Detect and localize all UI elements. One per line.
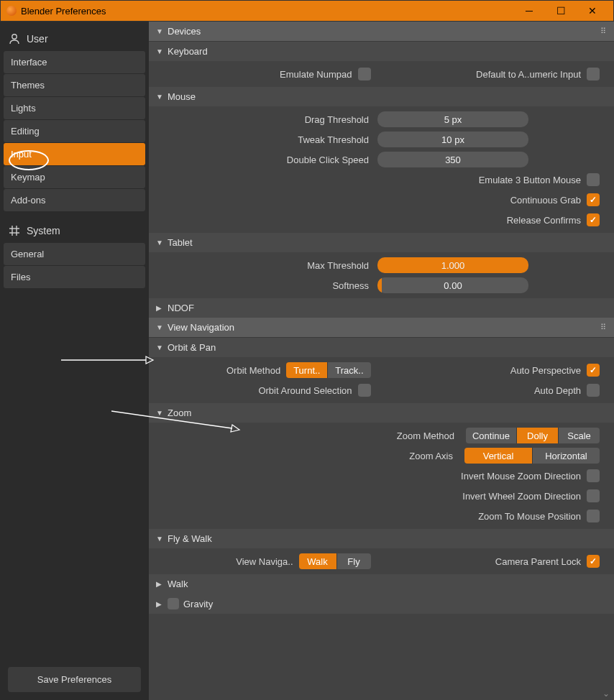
view-nav-fly-button[interactable]: Fly: [336, 553, 371, 569]
max-threshold-field[interactable]: 1.000: [377, 257, 528, 273]
auto-depth-checkbox[interactable]: [587, 384, 600, 397]
sidebar-item-lights[interactable]: Lights: [4, 97, 145, 119]
view-nav-panel-header[interactable]: ▼ View Navigation ⠿: [149, 318, 614, 338]
invert-mouse-zoom-checkbox[interactable]: [587, 469, 600, 482]
tweak-threshold-label: Tweak Threshold: [156, 134, 372, 145]
fly-walk-sub-header[interactable]: ▼ Fly & Walk: [149, 529, 614, 548]
fly-walk-label: Fly & Walk: [168, 533, 212, 544]
softness-field[interactable]: 0.00: [377, 277, 528, 293]
emulate-3button-checkbox[interactable]: [587, 173, 600, 186]
disclosure-down-icon: ▼: [156, 27, 163, 35]
scroll-down-icon[interactable]: ⌄: [602, 689, 610, 699]
close-button[interactable]: ✕: [583, 4, 602, 18]
user-icon: [8, 32, 21, 45]
disclosure-down-icon: ▼: [156, 344, 163, 351]
view-navigation-mode-group: Walk Fly: [299, 553, 371, 569]
maximize-button[interactable]: ☐: [551, 4, 570, 18]
system-section-label: System: [27, 225, 60, 236]
walk-sub-header[interactable]: ▶ Walk: [149, 574, 614, 594]
emulate-numpad-label: Emulate Numpad: [280, 69, 352, 80]
sidebar-item-interface[interactable]: Interface: [4, 51, 145, 73]
double-click-label: Double Click Speed: [156, 155, 372, 165]
zoom-axis-label: Zoom Axis: [409, 451, 453, 461]
disclosure-down-icon: ▼: [156, 93, 163, 101]
orbit-pan-sub-header[interactable]: ▼ Orbit & Pan: [149, 338, 614, 357]
orbit-pan-label: Orbit & Pan: [168, 342, 216, 353]
keyboard-label: Keyboard: [168, 46, 208, 57]
gravity-enable-checkbox[interactable]: [168, 598, 179, 609]
sidebar-item-themes[interactable]: Themes: [4, 74, 145, 96]
system-icon: [8, 224, 21, 237]
zoom-method-continue-button[interactable]: Continue: [466, 428, 516, 443]
disclosure-down-icon: ▼: [156, 47, 163, 55]
keyboard-sub-header[interactable]: ▼ Keyboard: [149, 42, 614, 61]
drag-handle-icon[interactable]: ⠿: [600, 323, 607, 332]
tweak-threshold-field[interactable]: 10 px: [377, 132, 528, 147]
zoom-sub-header[interactable]: ▼ Zoom: [149, 403, 614, 423]
continuous-grab-label: Continuous Grab: [510, 195, 581, 206]
orbit-method-group: Turnt.. Track..: [286, 362, 370, 378]
sidebar-item-general[interactable]: General: [4, 243, 145, 265]
sidebar-item-add-ons[interactable]: Add-ons: [4, 189, 145, 211]
emulate-numpad-checkbox[interactable]: [358, 68, 371, 80]
zoom-method-scale-button[interactable]: Scale: [558, 428, 600, 443]
invert-wheel-zoom-checkbox[interactable]: [587, 489, 600, 502]
blender-icon: [6, 6, 17, 16]
mouse-label: Mouse: [168, 91, 196, 102]
orbit-method-trackball-button[interactable]: Track..: [327, 362, 370, 378]
sidebar-item-files[interactable]: Files: [4, 266, 145, 288]
max-threshold-label: Max Threshold: [156, 260, 372, 271]
camera-parent-lock-label: Camera Parent Lock: [495, 556, 581, 567]
default-numeric-label: Default to A..umeric Input: [476, 69, 581, 80]
zoom-to-mouse-checkbox[interactable]: [587, 510, 600, 522]
auto-perspective-checkbox[interactable]: [587, 364, 600, 377]
orbit-around-selection-checkbox[interactable]: [358, 384, 371, 397]
window-title: Blender Preferences: [21, 6, 520, 17]
tablet-label: Tablet: [168, 237, 193, 248]
orbit-method-turntable-button[interactable]: Turnt..: [286, 362, 327, 378]
zoom-axis-horizontal-button[interactable]: Horizontal: [532, 448, 600, 464]
zoom-axis-group: Vertical Horizontal: [464, 448, 600, 464]
auto-perspective-label: Auto Perspective: [510, 365, 581, 376]
minimize-button[interactable]: ─: [520, 4, 539, 18]
continuous-grab-checkbox[interactable]: [587, 193, 600, 206]
mouse-sub-header[interactable]: ▼ Mouse: [149, 87, 614, 106]
view-nav-label: View Navigation: [168, 322, 234, 333]
disclosure-down-icon: ▼: [156, 239, 163, 247]
drag-threshold-label: Drag Threshold: [156, 114, 372, 125]
sidebar-item-input[interactable]: Input: [4, 143, 145, 165]
orbit-method-label: Orbit Method: [226, 365, 280, 376]
softness-label: Softness: [156, 280, 372, 291]
devices-label: Devices: [168, 26, 201, 37]
sidebar: User InterfaceThemesLightsEditingInputKe…: [0, 22, 149, 700]
auto-depth-label: Auto Depth: [534, 385, 581, 396]
double-click-field[interactable]: 350: [377, 152, 528, 167]
camera-parent-lock-checkbox[interactable]: [587, 555, 600, 568]
zoom-axis-vertical-button[interactable]: Vertical: [464, 448, 532, 464]
zoom-to-mouse-label: Zoom To Mouse Position: [478, 511, 581, 522]
ndof-label: NDOF: [168, 303, 194, 313]
svg-point-0: [12, 34, 17, 39]
emulate-3button-label: Emulate 3 Button Mouse: [479, 175, 581, 185]
release-confirms-checkbox[interactable]: [587, 213, 600, 226]
svg-rect-1: [12, 229, 17, 233]
view-navigation-mode-label: View Naviga..: [236, 556, 293, 567]
disclosure-right-icon: ▶: [156, 580, 163, 588]
zoom-method-dolly-button[interactable]: Dolly: [516, 428, 558, 443]
disclosure-down-icon: ▼: [156, 535, 163, 543]
default-numeric-checkbox[interactable]: [587, 68, 600, 80]
window-controls: ─ ☐ ✕: [520, 4, 602, 18]
save-preferences-button[interactable]: Save Preferences: [8, 667, 141, 692]
drag-threshold-field[interactable]: 5 px: [377, 111, 528, 127]
invert-wheel-zoom-label: Invert Wheel Zoom Direction: [462, 491, 581, 502]
gravity-sub-header[interactable]: ▶ Gravity: [149, 594, 614, 614]
sidebar-item-editing[interactable]: Editing: [4, 120, 145, 142]
devices-panel-header[interactable]: ▼ Devices ⠿: [149, 22, 614, 42]
tablet-sub-header[interactable]: ▼ Tablet: [149, 233, 614, 252]
view-nav-walk-button[interactable]: Walk: [299, 553, 336, 569]
walk-label: Walk: [168, 579, 188, 589]
invert-mouse-zoom-label: Invert Mouse Zoom Direction: [461, 471, 581, 482]
drag-handle-icon[interactable]: ⠿: [600, 27, 607, 36]
sidebar-item-keymap[interactable]: Keymap: [4, 166, 145, 188]
ndof-sub-header[interactable]: ▶ NDOF: [149, 298, 614, 318]
